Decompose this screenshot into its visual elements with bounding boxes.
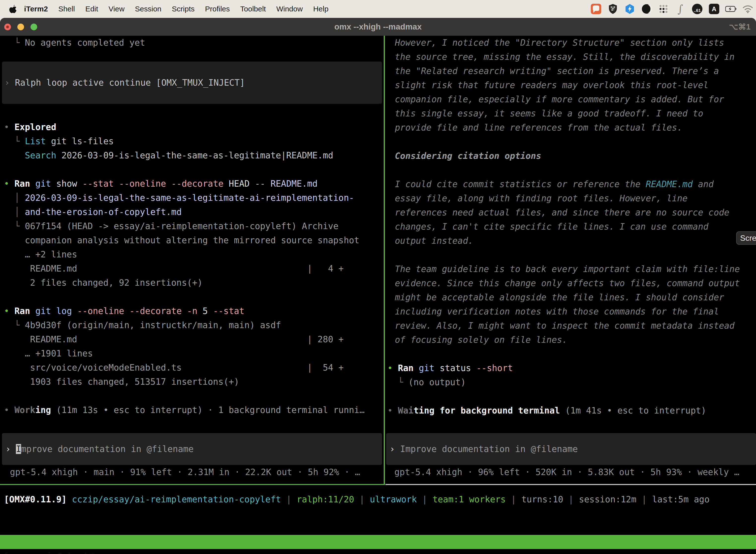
terminal-line: provide file and line references from th… <box>385 121 756 135</box>
terminal-blank-line <box>385 347 756 361</box>
terminal-line: • Waiting for background terminal (1m 41… <box>385 403 756 418</box>
terminal-line: the "Related research writing" section i… <box>385 64 756 78</box>
terminal-line: including verification notes with those … <box>385 304 756 319</box>
screen-share-overlay-label: Scre <box>740 233 756 243</box>
omx-status-segment: team:1 workers <box>433 494 506 504</box>
terminal-line: README.md | 4 + <box>0 262 384 276</box>
tmux-pane-divider[interactable] <box>384 36 385 485</box>
terminal-line: │ 2026-03-09-is-legal-the-same-as-legiti… <box>0 191 384 205</box>
omx-status-segment: | <box>636 494 652 504</box>
menu-status-icons: ∫..61A <box>590 0 754 18</box>
menu-item-profiles[interactable]: Profiles <box>200 5 235 13</box>
right-pane-bottom-border <box>385 484 756 485</box>
chat-icon[interactable] <box>590 3 602 15</box>
omx-status-segment: [OMX#0.11.9] <box>4 494 72 504</box>
omx-status-segment: cczip/essay/ai-reimplementation-copyleft <box>72 494 281 504</box>
omx-status-segment: ultrawork <box>370 494 417 504</box>
right-terminal-pane[interactable]: However, I noticed the "Directory Struct… <box>385 36 756 484</box>
terminal-line: companion analysis without altering the … <box>0 233 384 247</box>
prompt-chevron: › <box>5 444 16 454</box>
terminal-line: evidence. Since this change only affects… <box>385 276 756 290</box>
shield-icon[interactable] <box>607 3 619 15</box>
terminal-line: 2 files changed, 92 insertions(+) <box>0 276 384 290</box>
hex-bolt-icon[interactable] <box>624 3 635 15</box>
menu-bar: iTerm2ShellEditViewSessionScriptsProfile… <box>0 0 756 18</box>
terminal-blank-line <box>0 389 384 403</box>
apple-menu-icon[interactable] <box>9 4 17 14</box>
iterm-window: omx --xhigh --madmax ⌥⌘1 └ No agents com… <box>0 18 756 554</box>
terminal-blank-line <box>385 389 756 403</box>
tmux-session-label: [omx-cczip0:bash* <box>3 549 95 554</box>
menu-item-edit[interactable]: Edit <box>80 5 104 13</box>
omx-status-segment: | <box>506 494 521 504</box>
terminal-line: • Explored <box>0 120 384 134</box>
menu-item-session[interactable]: Session <box>130 5 167 13</box>
menu-item-iterm2[interactable]: iTerm2 <box>19 5 53 13</box>
terminal-line: references need actual files, and since … <box>385 206 756 220</box>
right-model-status-line: gpt-5.4 xhigh · 96% left · 520K in · 5.8… <box>394 465 739 479</box>
terminal-line: The team guideline is to back every impo… <box>385 262 756 276</box>
contrast-icon[interactable] <box>641 3 652 15</box>
terminal-line: changes, I can't cite specific file line… <box>385 220 756 234</box>
text-cursor: I <box>16 444 21 454</box>
badge-61-icon[interactable]: ..61 <box>692 3 703 15</box>
menu-item-help[interactable]: Help <box>308 5 334 13</box>
terminal-line: slight risk that future readers may over… <box>385 78 756 92</box>
left-model-status-line: gpt-5.4 xhigh · main · 91% left · 2.31M … <box>10 465 360 479</box>
terminal-line: • Ran git show --stat --oneline --decora… <box>0 177 384 191</box>
terminal-blank-line <box>0 50 384 62</box>
menu-items: iTerm2ShellEditViewSessionScriptsProfile… <box>19 5 334 13</box>
terminal-line: review. Also, I might want to inspect th… <box>385 319 756 333</box>
terminal-blank-line <box>385 163 756 177</box>
wifi-icon[interactable] <box>742 3 754 15</box>
omx-status-segment: | <box>281 494 297 504</box>
left-pane-output: └ No agents completed yet› Ralph loop ac… <box>0 36 384 417</box>
screen: iTerm2ShellEditViewSessionScriptsProfile… <box>0 0 756 554</box>
prompt-chevron: › <box>390 444 400 454</box>
terminal-line: companion file, especially if more comme… <box>385 92 756 107</box>
omx-status-segment: | <box>563 494 579 504</box>
screen-share-overlay-chip[interactable]: Scre <box>736 231 756 245</box>
terminal-line: Considering citation options <box>385 149 756 163</box>
right-prompt-input[interactable]: › Improve documentation in @filename <box>386 433 756 465</box>
tmux-status-bar: [omx-cczip0:bash* "MacBook-Pro-44.local"… <box>0 535 756 549</box>
terminal-line: └ 4b9d30f (origin/main, instructkr/main,… <box>0 318 384 332</box>
menu-item-toolbelt[interactable]: Toolbelt <box>235 5 271 13</box>
omx-status-line: [OMX#0.11.9] cczip/essay/ai-reimplementa… <box>0 492 756 507</box>
terminal-line: └ 067f154 (HEAD -> essay/ai-reimplementa… <box>0 219 384 233</box>
input-source-icon[interactable]: A <box>708 3 720 15</box>
left-terminal-pane[interactable]: └ No agents completed yet› Ralph loop ac… <box>0 36 384 484</box>
menu-item-scripts[interactable]: Scripts <box>167 5 200 13</box>
terminal-line: • Ran git log --oneline --decorate -n 5 … <box>0 304 384 318</box>
menu-item-shell[interactable]: Shell <box>53 5 80 13</box>
input-placeholder-text: Improve documentation in @filename <box>400 444 578 454</box>
terminal-line: … +1901 lines <box>0 346 384 361</box>
omx-status-segment: last:5m ago <box>652 494 710 504</box>
left-pane-bottom-border <box>0 484 384 485</box>
terminal-blank-line <box>385 135 756 149</box>
menu-item-view[interactable]: View <box>104 5 130 13</box>
omx-status-segment: ralph:11/20 <box>297 494 354 504</box>
omx-status-segment: | <box>417 494 433 504</box>
terminal-line: └ No agents completed yet <box>0 36 384 50</box>
omx-status-segment: turns:10 <box>521 494 563 504</box>
terminal-line: might be acceptable alongside the file l… <box>385 290 756 304</box>
battery-icon[interactable] <box>725 3 737 15</box>
terminal-blank-line <box>0 104 384 120</box>
left-prompt-input[interactable]: › Improve documentation in @filename <box>2 433 382 465</box>
terminal-blank-line <box>385 248 756 262</box>
terminal-line: I could cite commit statistics or refere… <box>385 177 756 191</box>
terminal-line: src/voice/voiceModeEnabled.ts | 54 + <box>0 361 384 375</box>
window-titlebar[interactable]: omx --xhigh --madmax ⌥⌘1 <box>0 18 756 36</box>
window-shortcut-hint: ⌥⌘1 <box>729 22 751 32</box>
menu-item-window[interactable]: Window <box>271 5 308 13</box>
window-title: omx --xhigh --madmax <box>0 22 756 32</box>
dots-grid-icon[interactable] <box>658 3 669 15</box>
terminal-line: └ (no output) <box>385 375 756 389</box>
omx-status-segment: session:12m <box>579 494 636 504</box>
terminal-line: • Working (11m 13s • esc to interrupt) ·… <box>0 403 384 417</box>
hook-icon[interactable]: ∫ <box>675 3 686 15</box>
terminal-blank-line <box>0 290 384 304</box>
terminal-line: • Ran git status --short <box>385 361 756 375</box>
terminal-content: └ No agents completed yet› Ralph loop ac… <box>0 36 756 554</box>
